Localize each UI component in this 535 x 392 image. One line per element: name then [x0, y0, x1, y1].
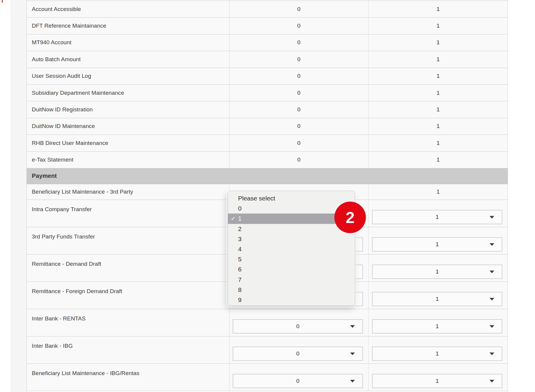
step-badge: 2 [334, 202, 366, 233]
table-row: Auto Batch Amount 0 1 [27, 51, 508, 68]
mid-value: 0 [297, 56, 300, 63]
right-value: 1 [437, 23, 440, 29]
mid-approver-select[interactable]: 0 [233, 347, 363, 361]
right-value: 1 [437, 73, 440, 79]
caret-down-icon [490, 243, 494, 246]
checkmark-icon: ✓ [231, 215, 236, 222]
right-approver-select[interactable]: 1 [372, 347, 502, 361]
row-label: RHB Direct User Maintenance [32, 140, 108, 146]
right-value: 1 [437, 189, 440, 195]
mid-approver-select[interactable]: 0 [233, 374, 363, 388]
row-label: 3rd Party Funds Transfer [32, 233, 95, 240]
row-label: Remittance - Demand Draft [32, 261, 101, 267]
caret-down-icon [490, 325, 494, 328]
table-row: Account Accessible 0 1 [27, 1, 508, 18]
table-row: Inter Bank - RENTAS 0 1 [27, 309, 508, 336]
mid-approver-select[interactable]: 0 [233, 319, 363, 333]
row-label: DuitNow ID Registration [32, 106, 93, 113]
row-label: MT940 Account [32, 39, 71, 46]
mid-value: 0 [297, 90, 300, 96]
mid-value: 0 [297, 6, 300, 12]
right-approver-select[interactable]: 1 [372, 265, 502, 279]
table-row: e-Tax Statement 0 1 [27, 152, 508, 168]
caret-down-icon [350, 380, 355, 382]
right-value: 1 [437, 56, 440, 63]
mid-value: 0 [297, 73, 300, 79]
caret-down-icon [490, 271, 494, 273]
dropdown-option[interactable]: 2 [228, 224, 355, 234]
table-row: User Session Audit Log 0 1 [27, 68, 508, 85]
permissions-page: Account Accessible 0 1 DFT Reference Mai… [0, 0, 535, 392]
dropdown-option[interactable]: 8 [228, 285, 355, 295]
row-label: Intra Company Transfer [32, 206, 92, 213]
caret-down-icon [350, 353, 355, 355]
table-row: DuitNow ID Registration 0 1 [27, 101, 508, 118]
right-value: 1 [437, 157, 440, 163]
dropdown-option[interactable]: 4 [228, 244, 355, 254]
mid-value: 0 [297, 140, 300, 146]
row-label: Inter Bank - RENTAS [32, 315, 86, 322]
row-label: DuitNow ID Maintenance [32, 123, 95, 129]
caret-down-icon [490, 353, 494, 355]
row-label: Inter Bank - IBG [32, 343, 73, 349]
right-approver-select[interactable]: 1 [372, 292, 502, 306]
row-label: Remittance - Foreign Demand Draft [32, 288, 122, 295]
section-title: Payment [32, 173, 57, 179]
caret-down-icon [490, 298, 494, 301]
table-row: Inter Bank - IBG 0 1 [27, 336, 508, 364]
mid-value: 0 [297, 123, 300, 129]
table-row: RHB Direct User Maintenance 0 1 [27, 135, 508, 151]
table-row: DFT Reference Maintainance 0 1 [27, 18, 508, 34]
dropdown-option[interactable]: 6 [228, 264, 355, 274]
dropdown-option[interactable]: 9 [228, 295, 355, 305]
right-approver-select[interactable]: 1 [372, 210, 502, 224]
row-label: Beneficiary List Maintenance - IBG/Renta… [32, 370, 139, 377]
mid-value: 0 [297, 23, 300, 29]
caret-down-icon [350, 325, 355, 328]
section-header-payment: Payment [27, 168, 508, 184]
table-row: MT940 Account 0 1 [27, 34, 508, 51]
row-label: Account Accessible [32, 6, 81, 12]
dropdown-option[interactable]: 5 [228, 254, 355, 264]
right-approver-select[interactable]: 1 [372, 374, 502, 388]
right-value: 1 [437, 106, 440, 113]
row-label: User Session Audit Log [32, 73, 91, 79]
right-value: 1 [437, 6, 440, 12]
row-label: DFT Reference Maintainance [32, 23, 106, 29]
dropdown-menu: Please select 0 ✓ 1 2 3 4 5 6 7 8 9 [228, 191, 355, 306]
caret-down-icon [490, 216, 494, 219]
table-row: DuitNow ID Maintenance 0 1 [27, 118, 508, 135]
mid-value: 0 [297, 157, 300, 163]
right-approver-select[interactable]: 1 [372, 237, 502, 252]
dropdown-option[interactable]: 3 [228, 234, 355, 244]
caret-down-icon [490, 380, 494, 382]
right-approver-select[interactable]: 1 [372, 319, 502, 333]
right-value: 1 [437, 140, 440, 146]
left-gutter [11, 0, 27, 392]
dropdown-option[interactable]: 7 [228, 275, 355, 285]
right-value: 1 [437, 123, 440, 129]
dropdown-option[interactable]: Please select [228, 193, 355, 203]
red-edge-marker [2, 0, 3, 3]
mid-value: 0 [297, 39, 300, 46]
row-label: e-Tax Statement [32, 157, 73, 163]
table-row: Subsidiary Department Maintenance 0 1 [27, 85, 508, 101]
row-label: Beneficiary List Maintenance - 3rd Party [32, 189, 133, 195]
right-value: 1 [437, 90, 440, 96]
row-label: Subsidiary Department Maintenance [32, 90, 124, 96]
right-value: 1 [437, 39, 440, 46]
mid-value: 0 [297, 106, 300, 113]
row-label: Auto Batch Amount [32, 56, 81, 63]
table-row: Beneficiary List Maintenance - IBG/Renta… [27, 364, 508, 391]
